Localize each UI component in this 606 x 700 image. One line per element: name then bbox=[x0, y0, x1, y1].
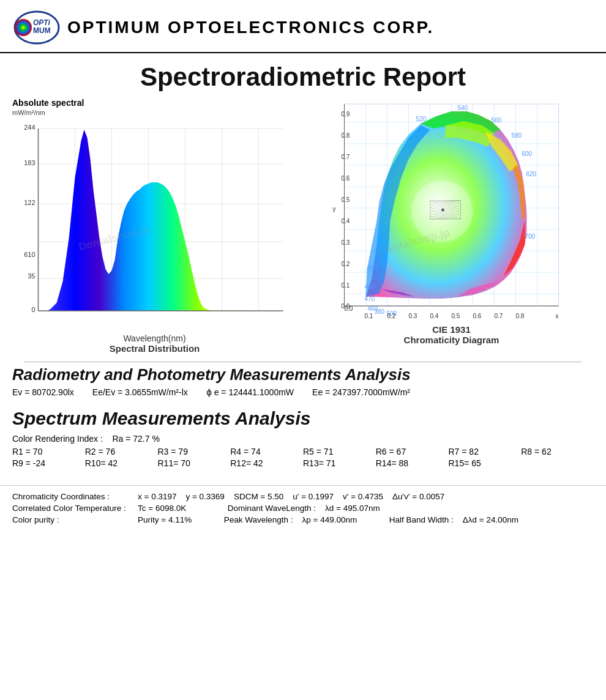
svg-text:0.5: 0.5 bbox=[342, 196, 350, 203]
svg-text:580: 580 bbox=[512, 132, 522, 139]
cri-line: Color Rendering Index : Ra = 72.7 % bbox=[12, 434, 594, 444]
svg-text:122: 122 bbox=[24, 199, 35, 206]
svg-text:470: 470 bbox=[365, 296, 375, 302]
r-empty bbox=[521, 458, 594, 468]
spectrum-title: Spectrum Measurements Analysis bbox=[12, 408, 594, 429]
svg-text:244: 244 bbox=[24, 124, 35, 131]
radiometry-section: Radiometry and Photometry Measurements A… bbox=[0, 354, 606, 402]
cie-title: CIE 1931 bbox=[309, 324, 594, 335]
svg-text:600: 600 bbox=[522, 151, 533, 157]
cie-chart: 520 540 560 580 600 620 700 490 480 470 … bbox=[309, 98, 594, 345]
chromaticity-section: Chromaticity Coordinates : x = 0.3197 y … bbox=[0, 485, 606, 530]
chrom-x: x = 0.3197 bbox=[138, 492, 176, 501]
svg-text:480: 480 bbox=[365, 283, 375, 290]
svg-text:620: 620 bbox=[526, 171, 537, 177]
svg-text:0.1: 0.1 bbox=[365, 313, 373, 319]
svg-text:0.5: 0.5 bbox=[452, 313, 460, 319]
svg-text:0.3: 0.3 bbox=[342, 239, 350, 246]
svg-text:560: 560 bbox=[492, 117, 502, 124]
cie-chart-area: 520 540 560 580 600 620 700 490 480 470 … bbox=[309, 98, 594, 324]
svg-text:700: 700 bbox=[525, 233, 536, 240]
purity-value: Purity = 4.11% bbox=[138, 515, 192, 524]
r8: R8 = 62 bbox=[521, 447, 594, 456]
ev-value: Ev = 80702.90lx bbox=[12, 387, 74, 397]
r12: R12= 42 bbox=[230, 458, 303, 468]
cri-value: Ra = 72.7 % bbox=[112, 434, 159, 444]
color-purity-label: Color purity : bbox=[12, 515, 129, 524]
ee-value: Ee = 247397.7000mW/m² bbox=[312, 387, 410, 397]
report-title: Spectroradiometric Report bbox=[0, 53, 606, 98]
svg-text:0: 0 bbox=[31, 306, 35, 313]
svg-text:183: 183 bbox=[24, 159, 35, 166]
charts-section: Absolute spectral mW/m²/nm bbox=[0, 98, 606, 354]
chrom-row-2: Correlated Color Temperature : Tc = 6098… bbox=[12, 504, 594, 513]
svg-text:0.4: 0.4 bbox=[430, 313, 439, 319]
r14: R14= 88 bbox=[376, 458, 449, 468]
wavelength-label: Wavelength(nm) bbox=[12, 333, 297, 343]
hbw-value: Δλd = 24.00nm bbox=[463, 515, 518, 524]
svg-text:0.1: 0.1 bbox=[342, 282, 350, 289]
r-row-2: R9 = -24 R10= 42 R11= 70 R12= 42 R13= 71… bbox=[12, 458, 594, 468]
radiometry-title: Radiometry and Photometry Measurements A… bbox=[12, 365, 594, 384]
spectral-label: Absolute spectral bbox=[12, 98, 297, 108]
svg-text:0.8: 0.8 bbox=[342, 132, 350, 139]
svg-text:MUM: MUM bbox=[33, 26, 51, 35]
r-row-1: R1 = 70 R2 = 76 R3 = 79 R4 = 74 R5 = 71 … bbox=[12, 447, 594, 456]
chrom-y: y = 0.3369 bbox=[185, 492, 224, 501]
r5: R5 = 71 bbox=[303, 447, 376, 456]
svg-text:OPTi: OPTi bbox=[33, 18, 50, 27]
svg-point-1 bbox=[15, 19, 32, 36]
r4: R4 = 74 bbox=[230, 447, 303, 456]
svg-text:0.2: 0.2 bbox=[342, 261, 350, 267]
divider1 bbox=[24, 362, 582, 362]
spectral-chart-area: 244 183 122 610 35 0 bbox=[12, 116, 297, 330]
svg-text:0.6: 0.6 bbox=[473, 313, 482, 319]
chrom-v: v' = 0.4735 bbox=[343, 492, 383, 501]
svg-text:x: x bbox=[556, 313, 559, 319]
peak-wavelength-label: Peak Wavelength : bbox=[224, 515, 293, 524]
spectral-distribution: Absolute spectral mW/m²/nm bbox=[12, 98, 297, 354]
svg-text:35: 35 bbox=[28, 272, 35, 280]
svg-text:520: 520 bbox=[416, 116, 427, 122]
logo-container: OPTi MUM OPTIMUM OPTOELECTRONICS CORP. bbox=[12, 9, 434, 46]
chrom-coords-label: Chromaticity Coordinates : bbox=[12, 492, 129, 501]
svg-text:y: y bbox=[333, 206, 336, 212]
r7: R7 = 82 bbox=[449, 447, 522, 456]
dom-wavelength-value: λd = 495.07nm bbox=[325, 504, 380, 513]
svg-text:0.3: 0.3 bbox=[409, 313, 417, 319]
svg-text:0.7: 0.7 bbox=[342, 154, 350, 160]
spectral-title: Spectral Distribution bbox=[12, 343, 297, 354]
cie-svg: 520 540 560 580 600 620 700 490 480 470 … bbox=[309, 98, 594, 324]
r2: R2 = 76 bbox=[85, 447, 158, 456]
company-name: OPTIMUM OPTOELECTRONICS CORP. bbox=[67, 18, 434, 37]
header: OPTi MUM OPTIMUM OPTOELECTRONICS CORP. bbox=[0, 0, 606, 53]
r1: R1 = 70 bbox=[12, 447, 85, 456]
r6: R6 = 67 bbox=[376, 447, 449, 456]
cri-label: Color Rendering Index : bbox=[12, 434, 103, 444]
phi-e-value: ϕ e = 124441.1000mW bbox=[206, 387, 294, 397]
chrom-sdcm: SDCM = 5.50 bbox=[234, 492, 283, 501]
r3: R3 = 79 bbox=[158, 447, 231, 456]
r11: R11= 70 bbox=[158, 458, 231, 468]
cct-label: Correlated Color Temperature : bbox=[12, 504, 129, 513]
dom-wavelength-label: Dominant WaveLength : bbox=[228, 504, 316, 513]
svg-text:540: 540 bbox=[458, 105, 468, 111]
svg-text:0.9: 0.9 bbox=[342, 111, 350, 117]
r10: R10= 42 bbox=[85, 458, 158, 468]
r13: R13= 71 bbox=[303, 458, 376, 468]
svg-text:0.6: 0.6 bbox=[342, 175, 350, 182]
svg-text:610: 610 bbox=[24, 251, 35, 258]
svg-text:490: 490 bbox=[367, 265, 378, 272]
cct-value: Tc = 6098.0K bbox=[138, 504, 186, 513]
chrom-u: u' = 0.1997 bbox=[293, 492, 334, 501]
svg-text:0.8: 0.8 bbox=[516, 313, 525, 319]
spectral-unit: mW/m²/nm bbox=[12, 109, 297, 116]
company-logo: OPTi MUM bbox=[12, 9, 61, 46]
svg-text:380: 380 bbox=[375, 308, 385, 315]
ee-ev-value: Ee/Ev = 3.0655mW/m²-lx bbox=[92, 387, 188, 397]
r9: R9 = -24 bbox=[12, 458, 85, 468]
hbw-label: Half Band Width : bbox=[389, 515, 454, 524]
chrom-delta-uv: Δu'v' = 0.0057 bbox=[392, 492, 444, 501]
peak-wavelength-value: λp = 449.00nm bbox=[302, 515, 357, 524]
svg-text:0.7: 0.7 bbox=[495, 313, 503, 319]
